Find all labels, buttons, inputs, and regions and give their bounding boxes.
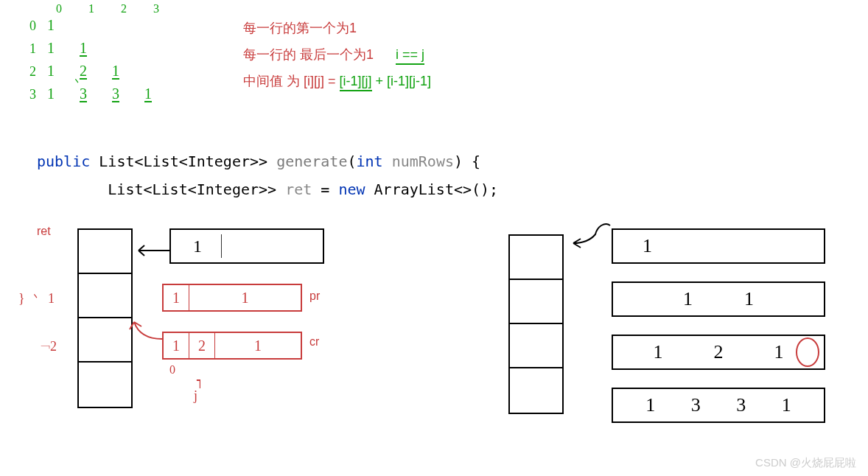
ret-label: ret	[37, 225, 51, 238]
zero-mark: 0	[169, 363, 175, 377]
row-idx: 1	[29, 41, 47, 57]
col-header-1: 1	[88, 2, 94, 15]
row-idx: 3	[29, 87, 47, 102]
tick-mark: 丶	[72, 76, 83, 89]
rule-3: 中间值 为 [i][j] = [i-1][j] + [i-1][j-1]	[243, 68, 431, 94]
index-1-label: 1	[48, 291, 55, 307]
col-header-2: 2	[121, 2, 127, 15]
tri-cell: 1	[144, 85, 177, 102]
row-box-0: 1	[612, 228, 825, 264]
code-snippet: public List<List<Integer>> generate(int …	[37, 147, 498, 203]
col-header-0: 0	[56, 2, 62, 15]
rule-2: 每一行的 最后一个为1 i == j	[243, 41, 431, 68]
tri-cell: 1	[112, 63, 144, 80]
triangle-row: 1 1 1	[29, 40, 177, 57]
formula-part2: + [i-1][j-1]	[376, 74, 432, 88]
list-box-cr: 1 2 1	[162, 332, 302, 360]
col-header-3: 3	[153, 2, 159, 15]
watermark-text: CSDN @火烧屁屁啦	[755, 456, 856, 470]
arrow-icon	[133, 239, 173, 262]
curved-arrow-icon	[125, 313, 169, 350]
ret-list-box-right	[508, 234, 564, 414]
tri-cell: 2	[80, 63, 112, 80]
tri-cell: 1	[80, 40, 112, 57]
row-idx: 0	[29, 18, 47, 34]
formula-part1: [i-1][j]	[340, 74, 372, 91]
tri-cell: 3	[80, 85, 112, 102]
triangle-row: 3 1 3 3 1	[29, 85, 177, 102]
row-box-1: 1 1	[612, 281, 825, 317]
tri-cell: 1	[47, 40, 80, 57]
brace-mark: }	[18, 291, 25, 307]
circle-highlight-icon	[796, 337, 819, 367]
j-mark: j	[194, 388, 197, 404]
code-line-1: public List<List<Integer>> generate(int …	[37, 147, 498, 175]
pascal-triangle: 0 1 2 3 0 1 1 1 1 2 1 2 1 3 1 3 3 1 丶	[29, 4, 177, 108]
arrow-scribble-icon	[566, 221, 617, 251]
cr-label: cr	[309, 335, 319, 349]
triangle-row: 0 1	[29, 17, 177, 34]
row-box-2: 1 2 1	[612, 335, 825, 370]
ret-list-box	[77, 228, 133, 408]
row-idx: 2	[29, 64, 47, 80]
tri-cell: 3	[112, 85, 144, 102]
triangle-row: 2 1 2 1	[29, 63, 177, 80]
row-box-3: 1 3 3 1	[612, 388, 825, 423]
rule-1: 每一行的第一个为1	[243, 15, 431, 41]
list-box-row0: 1	[169, 228, 324, 264]
index-2-label: 2	[50, 339, 57, 354]
list-box-pr: 1 1	[162, 284, 302, 312]
condition-ij: i == j	[396, 47, 424, 65]
pr-label: pr	[309, 290, 320, 303]
code-line-2: List<List<Integer>> ret = new ArrayList<…	[37, 175, 498, 203]
tri-cell: 1	[47, 17, 80, 34]
rules-text: 每一行的第一个为1 每一行的 最后一个为1 i == j 中间值 为 [i][j…	[243, 15, 431, 94]
